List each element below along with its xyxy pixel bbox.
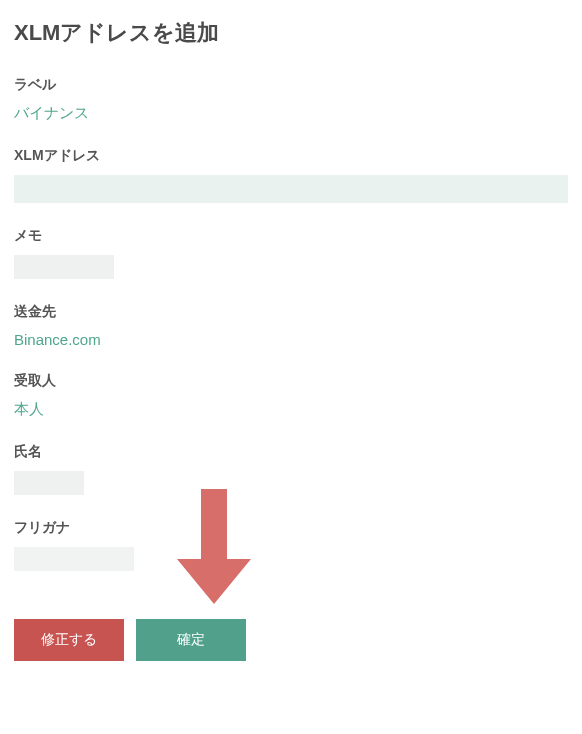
name-value-redacted: [14, 471, 84, 495]
furigana-title: フリガナ: [14, 519, 568, 537]
destination-value: Binance.com: [14, 331, 568, 348]
field-address-group: XLMアドレス: [14, 147, 568, 203]
field-label-group: ラベル バイナンス: [14, 76, 568, 123]
confirm-button[interactable]: 確定: [136, 619, 246, 661]
recipient-title: 受取人: [14, 372, 568, 390]
field-memo-group: メモ: [14, 227, 568, 279]
name-title: 氏名: [14, 443, 568, 461]
label-title: ラベル: [14, 76, 568, 94]
furigana-value-redacted: [14, 547, 134, 571]
address-value-redacted: [14, 175, 568, 203]
field-destination-group: 送金先 Binance.com: [14, 303, 568, 348]
field-recipient-group: 受取人 本人: [14, 372, 568, 419]
page-title: XLMアドレスを追加: [14, 18, 568, 48]
label-value: バイナンス: [14, 104, 568, 123]
edit-button[interactable]: 修正する: [14, 619, 124, 661]
memo-title: メモ: [14, 227, 568, 245]
memo-value-redacted: [14, 255, 114, 279]
address-title: XLMアドレス: [14, 147, 568, 165]
field-furigana-group: フリガナ: [14, 519, 568, 571]
field-name-group: 氏名: [14, 443, 568, 495]
recipient-value: 本人: [14, 400, 568, 419]
destination-title: 送金先: [14, 303, 568, 321]
arrow-down-icon: [169, 489, 259, 609]
button-row: 修正する 確定: [14, 619, 568, 661]
